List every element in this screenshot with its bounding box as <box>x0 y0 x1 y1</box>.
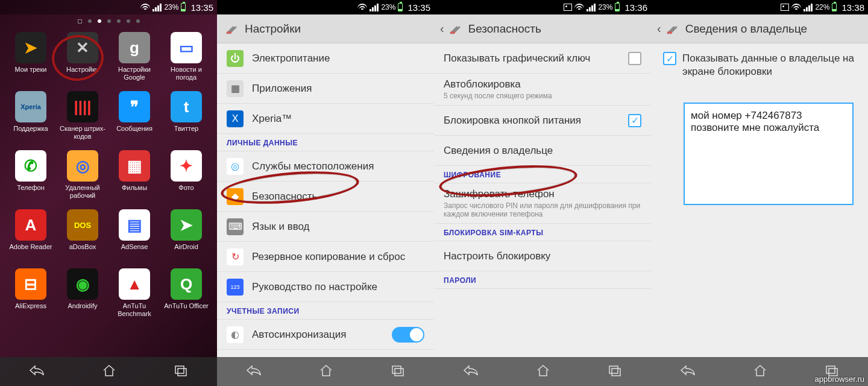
app-icon: t <box>171 91 202 122</box>
header: ‹ Сведения о владельце <box>651 14 868 43</box>
settings-row[interactable]: ⏻Электропитание <box>217 43 434 74</box>
recent-button[interactable] <box>608 364 622 379</box>
app-поддержка[interactable]: XperiaПоддержка <box>5 91 57 148</box>
app-antutu-officer[interactable]: QAnTuTu Officer <box>160 268 212 325</box>
row-label: Язык и ввод <box>252 221 424 233</box>
svg-point-7 <box>453 31 455 34</box>
app-adsense[interactable]: ▤AdSense <box>108 209 160 266</box>
checkbox-label: Показывать данные о владельце на экране … <box>682 52 860 78</box>
back-icon[interactable]: ‹ <box>657 22 661 36</box>
checkbox-icon[interactable]: ✓ <box>628 114 641 127</box>
settings-row[interactable]: XXperia™ <box>217 104 434 134</box>
app-настройки[interactable]: ✕Настройки <box>57 32 108 89</box>
app-antutu-benchmark[interactable]: ▲AnTuTu Benchmark <box>108 268 160 325</box>
checkbox-icon[interactable]: ✓ <box>628 52 641 65</box>
app-label: Удаленный рабочий <box>58 184 107 200</box>
settings-row[interactable]: Настроить блокировку <box>434 241 651 271</box>
app-icon: |||| <box>67 91 98 122</box>
settings-row[interactable]: ◎Службы местоположения <box>217 151 434 182</box>
battery-icon <box>615 3 620 11</box>
row-icon: 123 <box>227 279 244 296</box>
settings-row[interactable]: ↻Резервное копирование и сброс <box>217 242 434 272</box>
app-label: AnTuTu Benchmark <box>110 302 159 318</box>
app-androidify[interactable]: ◉Androidify <box>57 268 108 325</box>
app-label: AliExpress <box>15 302 46 310</box>
battery-percent: 22% <box>815 3 829 11</box>
recent-button[interactable] <box>174 364 188 379</box>
svg-rect-5 <box>395 369 403 376</box>
home-button[interactable] <box>319 364 333 379</box>
toggle-switch[interactable] <box>392 327 424 343</box>
header: Настройки <box>217 14 434 43</box>
app-твиттер[interactable]: tТвиттер <box>160 91 212 148</box>
nav-bar <box>434 357 651 386</box>
section-header: БЛОКИРОВКА SIM-КАРТЫ <box>434 224 651 241</box>
home-button[interactable] <box>536 364 550 379</box>
recent-button[interactable] <box>391 364 405 379</box>
settings-row[interactable]: ◐Автосинхронизация <box>217 320 434 350</box>
app-мои-треки[interactable]: ➤Мои треки <box>5 32 57 89</box>
app-сообщения[interactable]: ❞Сообщения <box>108 91 160 148</box>
app-airdroid[interactable]: ➤AirDroid <box>160 209 212 266</box>
row-label: Электропитание <box>252 52 424 65</box>
status-bar: 23% 13:36 <box>434 0 651 14</box>
row-icon: ⏻ <box>227 50 244 67</box>
app-adobe-reader[interactable]: AAdobe Reader <box>5 209 57 266</box>
security-list[interactable]: Показывать графический ключ✓Автоблокиров… <box>434 43 651 357</box>
nav-bar <box>217 357 434 386</box>
row-label: Показывать графический ключ <box>444 52 628 65</box>
back-button[interactable] <box>246 364 262 379</box>
row-icon: ▦ <box>227 80 244 97</box>
signal-icon <box>370 4 379 11</box>
app-телефон[interactable]: ✆Телефон <box>5 150 57 207</box>
back-icon[interactable]: ‹ <box>440 22 444 36</box>
checkbox-icon[interactable]: ✓ <box>663 52 676 65</box>
app-фото[interactable]: ✦Фото <box>160 150 212 207</box>
app-настройки-google[interactable]: gНастройки Google <box>108 32 160 89</box>
back-button[interactable] <box>463 364 479 379</box>
app-label: Мои треки <box>15 66 47 74</box>
svg-point-6 <box>450 31 453 34</box>
settings-row[interactable]: 123Руководство по настройке <box>217 272 434 302</box>
svg-rect-12 <box>826 366 835 373</box>
home-button[interactable] <box>102 364 116 379</box>
svg-rect-9 <box>612 369 620 376</box>
wifi-icon <box>140 4 150 11</box>
owner-body: ✓ Показывать данные о владельце на экран… <box>651 43 868 357</box>
settings-row[interactable]: Сведения о владельце <box>434 136 651 166</box>
clock: 13:38 <box>841 2 864 13</box>
settings-row[interactable]: ⌨Язык и ввод <box>217 212 434 242</box>
app-фильмы[interactable]: ▦Фильмы <box>108 150 160 207</box>
app-новости-и-погода[interactable]: ▭Новости и погода <box>160 32 212 89</box>
app-label: Поддержка <box>13 125 48 133</box>
row-icon: X <box>227 110 244 127</box>
clock: 13:36 <box>624 2 647 13</box>
row-subtitle: 5 секунд после спящего режима <box>444 92 641 100</box>
settings-row[interactable]: Показывать графический ключ✓ <box>434 43 651 74</box>
app-icon: ◎ <box>67 150 98 182</box>
battery-icon <box>398 3 403 11</box>
show-on-lockscreen-row[interactable]: ✓ Показывать данные о владельце на экран… <box>659 52 860 78</box>
settings-row[interactable]: Автоблокировка5 секунд после спящего реж… <box>434 74 651 106</box>
app-icon: ✆ <box>15 150 46 182</box>
settings-row[interactable]: Зашифровать телефонЗапрос числового PIN … <box>434 183 651 224</box>
battery-percent: 23% <box>164 3 178 11</box>
back-button[interactable] <box>680 364 696 379</box>
app-aliexpress[interactable]: ⊟AliExpress <box>5 268 57 325</box>
app-сканер-штрих-кодов[interactable]: ||||Сканер штрих-кодов <box>57 91 108 148</box>
settings-row[interactable]: ◆Безопасность <box>217 182 434 212</box>
owner-text-input[interactable]: мой номер +742467873 позвоните мне пожал… <box>684 103 854 205</box>
app-icon: ➤ <box>15 32 46 63</box>
settings-row[interactable]: Блокировка кнопкой питания✓ <box>434 106 651 136</box>
settings-row[interactable]: ▦Приложения <box>217 74 434 104</box>
app-удаленный-рабочий[interactable]: ◎Удаленный рабочий <box>57 150 108 207</box>
app-label: Сообщения <box>116 125 153 133</box>
row-label: Резервное копирование и сброс <box>252 251 424 263</box>
row-label: Блокировка кнопкой питания <box>444 115 628 127</box>
settings-list[interactable]: ⏻Электропитание▦ПриложенияXXperia™ЛИЧНЫЕ… <box>217 43 434 357</box>
section-header: ШИФРОВАНИЕ <box>434 166 651 183</box>
app-adosbox[interactable]: DOSaDosBox <box>57 209 108 266</box>
home-button[interactable] <box>753 364 767 379</box>
svg-point-2 <box>227 31 229 34</box>
back-button[interactable] <box>29 364 45 379</box>
